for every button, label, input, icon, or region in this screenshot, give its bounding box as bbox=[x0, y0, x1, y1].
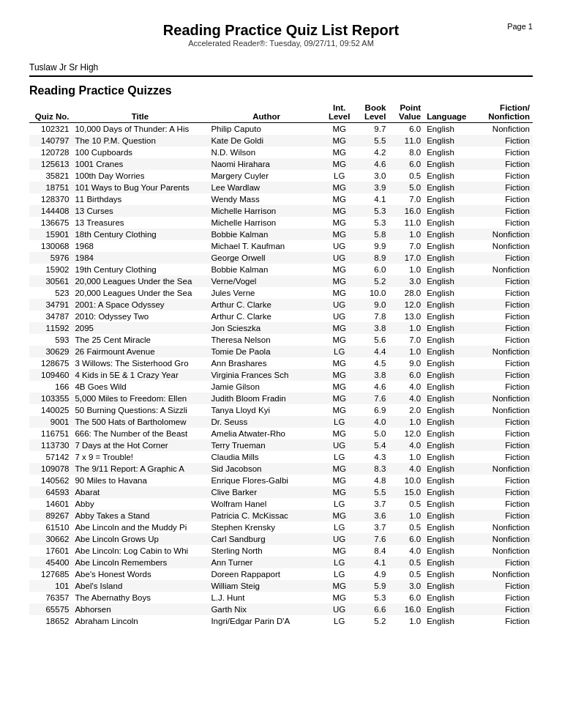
report-title: Reading Practice Quiz List Report bbox=[29, 22, 533, 39]
table-row: 140797The 10 P.M. QuestionKate De GoldiM… bbox=[29, 135, 533, 146]
table-row: 14601AbbyWolfram HanelLG3.70.5EnglishFic… bbox=[29, 498, 533, 510]
table-row: 52320,000 Leagues Under the SeaJules Ver… bbox=[29, 287, 533, 299]
table-row: 1137307 Days at the Hot CornerTerry True… bbox=[29, 439, 533, 451]
table-row: 1590219th Century ClothingBobbie KalmanM… bbox=[29, 264, 533, 275]
table-row: 89267Abby Takes a StandPatricia C. McKis… bbox=[29, 510, 533, 521]
table-row: 9001The 500 Hats of BartholomewDr. Seuss… bbox=[29, 416, 533, 428]
table-row: 18751101 Ways to Bug Your ParentsLee War… bbox=[29, 182, 533, 193]
table-row: 61510Abe Lincoln and the Muddy PiStephen… bbox=[29, 521, 533, 533]
table-row: 109078The 9/11 Report: A Graphic ASid Ja… bbox=[29, 463, 533, 475]
divider bbox=[29, 75, 533, 77]
table-row: 45400Abe Lincoln RemembersAnn TurnerLG4.… bbox=[29, 557, 533, 568]
table-row: 115922095Jon ScieszkaMG3.81.0EnglishFict… bbox=[29, 322, 533, 334]
table-row: 1094604 Kids in 5E & 1 Crazy YearVirgini… bbox=[29, 369, 533, 381]
table-header-row: Quiz No. Title Author Int.Level BookLeve… bbox=[29, 102, 533, 123]
col-header-booklevel: BookLevel bbox=[354, 102, 389, 123]
table-row: 1300681968Michael T. KaufmanUG9.97.0Engl… bbox=[29, 240, 533, 252]
table-row: 3056120,000 Leagues Under the SeaVerne/V… bbox=[29, 275, 533, 287]
table-row: 76357The Abernathy BoysL.J. HuntMG5.36.0… bbox=[29, 592, 533, 603]
table-row: 59761984George OrwellUG8.917.0EnglishFic… bbox=[29, 252, 533, 264]
table-row: 347912001: A Space OdysseyArthur C. Clar… bbox=[29, 299, 533, 311]
table-row: 347872010: Odyssey TwoArthur C. ClarkeUG… bbox=[29, 311, 533, 322]
table-row: 12837011 BirthdaysWendy MassMG4.17.0Engl… bbox=[29, 193, 533, 205]
table-row: 571427 x 9 = Trouble!Claudia MillsLG4.31… bbox=[29, 451, 533, 463]
table-row: 120728100 CupboardsN.D. WilsonMG4.28.0En… bbox=[29, 146, 533, 158]
table-row: 14440813 CursesMichelle HarrisonMG5.316.… bbox=[29, 205, 533, 217]
table-row: 30662Abe Lincoln Grows UpCarl SandburgUG… bbox=[29, 533, 533, 545]
col-header-author: Author bbox=[208, 102, 324, 123]
table-row: 14056290 Miles to HavanaEnrique Flores-G… bbox=[29, 475, 533, 486]
table-row: 1256131001 CranesNaomi HiraharaMG4.66.0E… bbox=[29, 158, 533, 170]
col-header-title: Title bbox=[72, 102, 208, 123]
report-subtitle: Accelerated Reader®: Tuesday, 09/27/11, … bbox=[29, 39, 533, 48]
table-row: 1286753 Willows: The Sisterhood GroAnn B… bbox=[29, 357, 533, 369]
table-body: 10232110,000 Days of Thunder: A HisPhili… bbox=[29, 123, 533, 628]
table-row: 17601Abe Lincoln: Log Cabin to WhiSterli… bbox=[29, 545, 533, 557]
table-row: 65575AbhorsenGarth NixUG6.616.0EnglishFi… bbox=[29, 603, 533, 615]
col-header-pointvalue: PointValue bbox=[389, 102, 424, 123]
section-title: Reading Practice Quizzes bbox=[29, 84, 533, 97]
table-row: 1033555,000 Miles to Freedom: EllenJudit… bbox=[29, 393, 533, 404]
quiz-table: Quiz No. Title Author Int.Level BookLeve… bbox=[29, 102, 533, 627]
table-row: 127685Abe's Honest WordsDoreen Rappaport… bbox=[29, 568, 533, 580]
col-header-language: Language bbox=[424, 102, 474, 123]
school-name: Tuslaw Jr Sr High bbox=[29, 62, 533, 73]
page-number: Page 1 bbox=[507, 22, 533, 31]
table-row: 64593AbaratClive BarkerMG5.515.0EnglishF… bbox=[29, 486, 533, 498]
table-row: 1590118th Century ClothingBobbie KalmanM… bbox=[29, 229, 533, 240]
col-header-intlevel: Int.Level bbox=[325, 102, 354, 123]
table-row: 593The 25 Cent MiracleTheresa NelsonMG5.… bbox=[29, 334, 533, 346]
table-row: 101Abel's IslandWilliam SteigMG5.93.0Eng… bbox=[29, 580, 533, 592]
table-row: 35821100th Day WorriesMargery CuylerLG3.… bbox=[29, 170, 533, 182]
table-row: 14002550 Burning Questions: A SizzliTany… bbox=[29, 404, 533, 416]
table-row: 10232110,000 Days of Thunder: A HisPhili… bbox=[29, 123, 533, 135]
table-row: 18652Abraham LincolnIngri/Edgar Parin D'… bbox=[29, 615, 533, 627]
table-row: 116751666: The Number of the BeastAmelia… bbox=[29, 428, 533, 439]
col-header-fiction: Fiction/Nonfiction bbox=[474, 102, 533, 123]
table-row: 1664B Goes WildJamie GilsonMG4.64.0Engli… bbox=[29, 381, 533, 393]
table-row: 13667513 TreasuresMichelle HarrisonMG5.3… bbox=[29, 217, 533, 229]
page-header: Reading Practice Quiz List Report Accele… bbox=[29, 22, 533, 48]
table-row: 3062926 Fairmount AvenueTomie De PaolaLG… bbox=[29, 346, 533, 357]
col-header-quizno: Quiz No. bbox=[29, 102, 72, 123]
